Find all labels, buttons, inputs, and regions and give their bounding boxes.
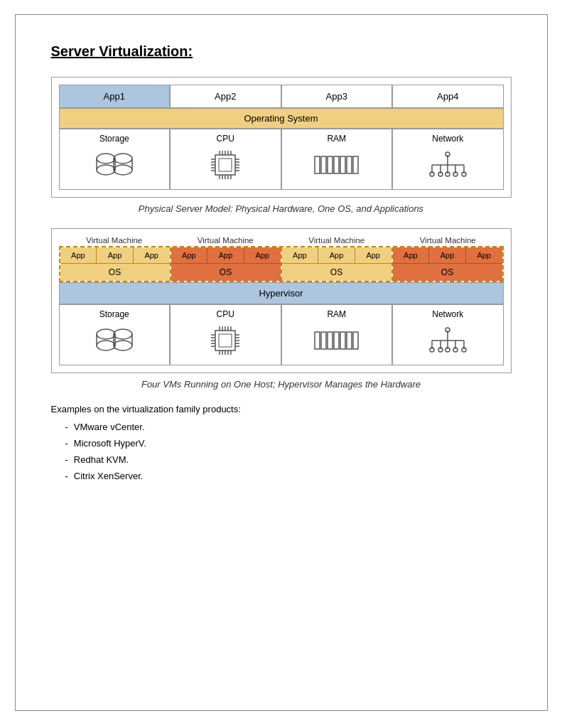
virt-ram-icon [285,323,389,358]
phys-apps-row: App1 App2 App3 App4 [59,85,504,108]
virt-network-label: Network [396,309,500,319]
phys-caption: Physical Server Model: Physical Hardware… [51,203,512,214]
vm1-app3: App [134,247,170,263]
phys-storage-label: Storage [63,134,167,144]
virt-network-cell: Network [392,304,504,365]
virt-cpu-icon [173,323,278,358]
vm-box-1: App App App OS [60,247,171,281]
list-dash-1: - [65,422,68,432]
list-item-1: - VMware vCenter. [65,422,512,432]
storage-icon [63,148,167,182]
phys-app-2: App2 [170,85,281,108]
vm3-app1: App [282,247,319,263]
vm4-os: OS [393,263,502,281]
vm3-apps: App App App [282,247,391,263]
vm4-app2: App [429,247,466,263]
svg-rect-32 [328,156,333,173]
list-dash-3: - [65,454,68,465]
vm3-app2: App [318,247,355,263]
svg-point-54 [114,329,132,339]
phys-cpu-label: CPU [173,134,278,144]
phys-ram-label: RAM [285,134,389,144]
vm-box-4: App App App OS [393,247,502,281]
physical-diagram: App1 App2 App3 App4 Operating System Sto… [51,77,512,198]
svg-rect-31 [321,156,326,173]
vm1-app2: App [97,247,134,263]
svg-rect-83 [334,332,339,349]
svg-rect-81 [321,332,326,349]
cpu-icon [173,148,278,182]
vm2-app2: App [207,247,244,263]
vm1-os: OS [60,263,170,281]
vm2-apps: App App App [171,247,281,263]
svg-point-0 [97,154,115,164]
vm1-app1: App [60,247,97,263]
svg-rect-80 [315,332,320,349]
vm-label-2: Virtual Machine [170,236,281,245]
list-item-4: - Citrix XenServer. [65,471,512,481]
vm4-app3: App [466,247,502,263]
virt-storage-cell: Storage [59,304,171,365]
virt-ram-cell: RAM [281,304,393,365]
vm-label-4: Virtual Machine [392,236,504,245]
page: Server Virtualization: App1 App2 App3 Ap… [15,14,548,711]
phys-app-1: App1 [59,85,171,108]
svg-rect-8 [215,155,235,175]
hypervisor-bar: Hypervisor [59,282,504,304]
phys-network-cell: Network [392,129,504,190]
svg-point-53 [97,341,115,350]
svg-point-3 [97,165,115,175]
svg-rect-84 [340,332,345,349]
svg-rect-59 [219,334,232,347]
virt-storage-icon [63,323,167,358]
svg-rect-33 [334,156,339,173]
virt-network-icon [396,323,500,358]
vm-label-1: Virtual Machine [59,236,171,245]
phys-app-3: App3 [281,85,393,108]
svg-rect-9 [219,159,232,171]
vm-label-3: Virtual Machine [281,236,393,245]
vm-labels-row: Virtual Machine Virtual Machine Virtual … [59,236,504,245]
virt-cpu-cell: CPU [170,304,281,365]
vm1-apps: App App App [60,247,170,263]
svg-point-50 [97,329,115,339]
svg-point-4 [114,154,132,164]
list-item-label-3: Redhat KVM. [74,454,129,465]
page-title: Server Virtualization: [51,43,512,60]
vm-box-2: App App App OS [171,247,282,281]
product-list: - VMware vCenter. - Microsoft HyperV. - … [51,422,512,481]
vm2-app3: App [244,247,281,263]
svg-rect-30 [315,156,320,173]
svg-rect-86 [353,332,358,349]
phys-hw-row: Storage CPU [59,129,504,190]
list-item-label-4: Citrix XenServer. [74,471,144,481]
virt-ram-label: RAM [285,309,389,319]
list-item-label-2: Microsoft HyperV. [74,438,146,449]
vm-box-3: App App App OS [282,247,393,281]
virt-cpu-label: CPU [173,309,278,319]
ram-icon [285,148,389,182]
svg-rect-58 [215,331,235,350]
phys-network-label: Network [396,134,500,144]
svg-rect-85 [347,332,352,349]
virt-hw-row: Storage CPU [59,304,504,365]
svg-rect-35 [347,156,352,173]
phys-os-bar: Operating System [59,108,504,129]
svg-point-57 [114,341,132,350]
list-dash-2: - [65,438,68,449]
bottom-intro: Examples on the virtualization family pr… [51,404,512,414]
svg-rect-82 [328,332,333,349]
network-icon [396,148,500,182]
virt-storage-label: Storage [63,309,167,319]
vm4-apps: App App App [393,247,502,263]
svg-rect-36 [353,156,358,173]
phys-cpu-cell: CPU [170,129,281,190]
list-item-3: - Redhat KVM. [65,454,512,465]
virtual-diagram: Virtual Machine Virtual Machine Virtual … [51,228,512,373]
list-item-2: - Microsoft HyperV. [65,438,512,449]
list-item-label-1: VMware vCenter. [74,422,145,432]
svg-point-7 [114,165,132,175]
list-dash-4: - [65,471,68,481]
phys-app-4: App4 [392,85,504,108]
phys-ram-cell: RAM [281,129,393,190]
